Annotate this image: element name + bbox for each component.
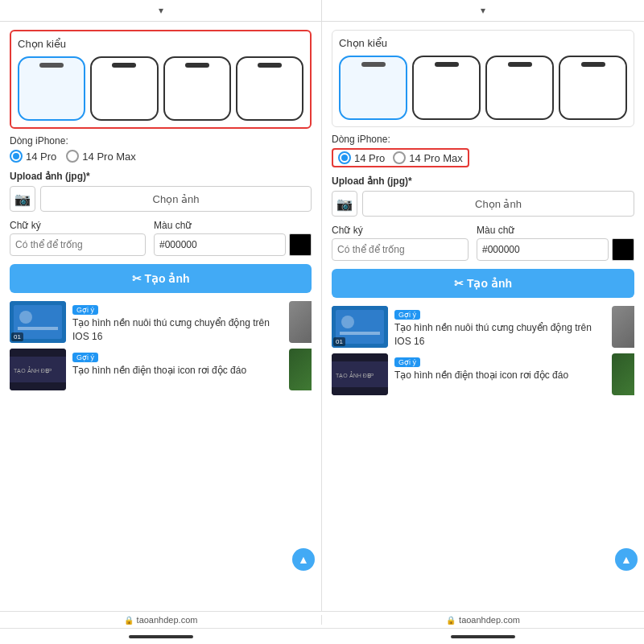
radio-group-right: 14 Pro 14 Pro Max <box>332 148 634 167</box>
color-row-left <box>154 233 312 256</box>
camera-button-right[interactable]: 📷 <box>332 191 357 217</box>
radio-group-left: 14 Pro 14 Pro Max <box>10 150 312 163</box>
thumb-label-1-right: 01 <box>333 337 345 346</box>
phone-option-3[interactable] <box>163 56 231 121</box>
upload-label-left: Upload ảnh (jpg)* <box>10 171 312 182</box>
article-badge-2-left: Gợi ý <box>72 353 98 362</box>
radio-14pro-left[interactable]: 14 Pro <box>10 150 56 163</box>
color-swatch-left[interactable] <box>289 233 312 256</box>
tao-anh-button-right[interactable]: ✂ Tạo ảnh <box>332 269 634 298</box>
article-content-2-right: Gợi ý Tạo hình nền điện thoại icon rơi đ… <box>394 353 605 382</box>
chon-kieu-label-left: Chọn kiểu <box>18 38 303 50</box>
article-title-1-right: Tạo hình nền nuôi thú cưng chuyển động t… <box>394 321 605 349</box>
article-row-2-left: TẠO ẢNH ĐẸP Gợi ý Tạo hình nền điện thoạ… <box>10 349 312 390</box>
radio-circle-14promax-left[interactable] <box>66 150 79 163</box>
article-partial-2-right <box>612 353 634 395</box>
article-row-1-right: 01 Gợi ý Tạo hình nền nuôi thú cưng chuy… <box>332 306 634 349</box>
phone-option-r1[interactable] <box>339 56 407 120</box>
lock-icon-right: 🔒 <box>446 616 456 625</box>
svg-text:TẠO ẢNH ĐẸP: TẠO ẢNH ĐẸP <box>336 371 374 379</box>
choose-photo-button-left[interactable]: Chọn ảnh <box>40 186 312 212</box>
radio-14pro-right[interactable]: 14 Pro <box>338 151 385 164</box>
svg-point-9 <box>341 316 354 328</box>
phone-option-2[interactable] <box>90 56 158 121</box>
camera-icon-left: 📷 <box>14 192 31 207</box>
mau-chu-label-left: Màu chữ <box>154 220 312 231</box>
panel-right: Chọn kiểu Dòng iPhone: <box>322 22 644 611</box>
chu-ky-label-right: Chữ ký <box>332 225 469 236</box>
panel-left: Chọn kiểu Dòng iPhone: 14 <box>0 22 322 611</box>
phone-notch <box>258 63 282 68</box>
phone-option-1[interactable] <box>18 56 85 121</box>
phone-notch <box>185 63 209 68</box>
upload-label-right: Upload ảnh (jpg)* <box>332 175 634 187</box>
article-partial-1-left <box>289 301 312 343</box>
radio-14promax-left[interactable]: 14 Pro Max <box>66 150 135 163</box>
radio-group-box-right: 14 Pro 14 Pro Max <box>332 148 469 167</box>
choose-photo-button-right[interactable]: Chọn ảnh <box>362 191 634 217</box>
phone-options-left <box>18 56 303 121</box>
articles-left: 01 Gợi ý Tạo hình nền nuôi thú cưng chuy… <box>10 301 312 390</box>
radio-circle-14pro-left[interactable] <box>10 150 23 163</box>
mau-chu-col-right: Màu chữ <box>477 225 634 261</box>
chu-ky-col-left: Chữ ký <box>10 220 146 256</box>
article-row-1-left: 01 Gợi ý Tạo hình nền nuôi thú cưng chuy… <box>10 301 312 344</box>
phone-option-r3[interactable] <box>485 56 554 120</box>
article-content-1-right: Gợi ý Tạo hình nền nuôi thú cưng chuyển … <box>394 306 605 349</box>
color-input-right[interactable] <box>477 238 609 261</box>
top-bar-left[interactable]: ▾ <box>0 0 322 22</box>
article-thumb-2-right: TẠO ẢNH ĐẸP <box>332 353 388 395</box>
svg-rect-10 <box>340 332 380 335</box>
footer: 🔒 taoanhdep.com 🔒 taoanhdep.com <box>0 611 644 628</box>
bottom-bar-left <box>0 629 322 644</box>
footer-domain-left: taoanhdep.com <box>137 615 198 625</box>
radio-circle-14pro-right[interactable] <box>338 151 351 164</box>
bottom-bar <box>0 628 644 644</box>
color-row-right <box>477 238 634 261</box>
mau-chu-label-right: Màu chữ <box>477 225 634 236</box>
svg-rect-3 <box>18 327 58 330</box>
scroll-up-button-right[interactable]: ▲ <box>615 548 638 571</box>
upload-row-right: 📷 Chọn ảnh <box>332 191 634 217</box>
article-row-2-right: TẠO ẢNH ĐẸP Gợi ý Tạo hình nền điện thoạ… <box>332 353 634 395</box>
radio-14pro-label-right: 14 Pro <box>354 152 385 164</box>
tao-anh-button-left[interactable]: ✂ Tạo ảnh <box>10 264 312 293</box>
phone-option-r2[interactable] <box>412 56 481 120</box>
articles-right: 01 Gợi ý Tạo hình nền nuôi thú cưng chuy… <box>332 306 634 395</box>
phone-option-4[interactable] <box>236 56 303 121</box>
chevron-down-icon-left: ▾ <box>159 5 163 16</box>
main-panels: Chọn kiểu Dòng iPhone: 14 <box>0 22 644 611</box>
dong-iphone-label-right: Dòng iPhone: <box>332 134 634 145</box>
phone-option-r4[interactable] <box>559 56 627 120</box>
footer-left: 🔒 taoanhdep.com <box>0 615 322 625</box>
chu-ky-input-right[interactable] <box>332 238 469 261</box>
article-thumb-1-right: 01 <box>332 306 388 348</box>
chon-kieu-box-right: Chọn kiểu <box>332 30 634 127</box>
radio-circle-14promax-right[interactable] <box>393 151 406 164</box>
chon-kieu-box-left: Chọn kiểu <box>10 30 312 129</box>
phone-notch <box>361 62 386 67</box>
camera-icon-right: 📷 <box>336 196 353 212</box>
footer-right: 🔒 taoanhdep.com <box>322 615 644 625</box>
top-bar: ▾ ▾ <box>0 0 644 22</box>
camera-button-left[interactable]: 📷 <box>10 186 35 212</box>
article-content-1-left: Gợi ý Tạo hình nền nuôi thú cưng chuyển … <box>72 301 283 344</box>
article-partial-2-left <box>289 349 312 390</box>
radio-14promax-right[interactable]: 14 Pro Max <box>393 151 462 164</box>
chu-ky-input-left[interactable] <box>10 233 146 256</box>
color-input-left[interactable] <box>154 233 286 256</box>
phone-notch <box>581 62 605 67</box>
color-swatch-right[interactable] <box>612 238 634 261</box>
phone-options-right <box>339 56 627 120</box>
scroll-up-button-left[interactable]: ▲ <box>292 548 315 571</box>
tao-anh-label-right: ✂ Tạo ảnh <box>454 277 512 290</box>
radio-14promax-label-left: 14 Pro Max <box>82 151 135 163</box>
top-bar-right[interactable]: ▾ <box>322 0 644 22</box>
choose-photo-label-left: Chọn ảnh <box>153 193 200 205</box>
chu-ky-label-left: Chữ ký <box>10 220 146 231</box>
article-thumb-1-left: 01 <box>10 301 66 343</box>
phone-notch <box>508 62 532 67</box>
article-title-2-left: Tạo hình nền điện thoại icon rơi độc đáo <box>72 364 283 378</box>
radio-14pro-label-left: 14 Pro <box>26 151 56 163</box>
chevron-down-icon-right: ▾ <box>481 5 485 16</box>
